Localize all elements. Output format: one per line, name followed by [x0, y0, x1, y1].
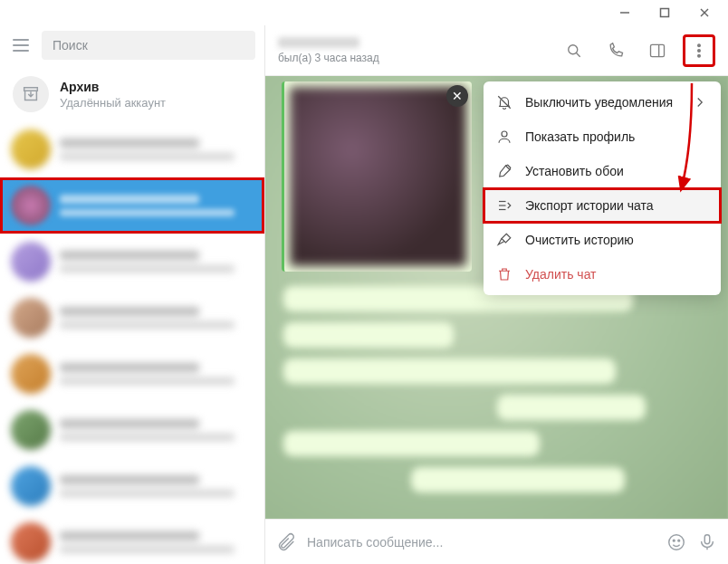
- menu-item-profile[interactable]: Показать профиль: [484, 119, 721, 154]
- attach-icon[interactable]: [276, 532, 296, 552]
- call-icon: [607, 42, 625, 60]
- chat-body: ✕ 21:45 Выключить уведомления: [265, 76, 728, 519]
- menu-item-wallpaper[interactable]: Установить обои: [484, 154, 721, 188]
- emoji-icon[interactable]: [666, 532, 686, 552]
- svg-point-8: [698, 43, 701, 46]
- menu-label: Показать профиль: [525, 129, 635, 144]
- media-preview-card[interactable]: ✕: [282, 81, 472, 272]
- window-minimize-button[interactable]: [607, 0, 643, 25]
- sidebar: Поиск Архив Удалённый аккаунт: [0, 25, 265, 564]
- svg-rect-6: [651, 44, 665, 56]
- export-icon: [496, 197, 512, 214]
- svg-point-12: [502, 131, 507, 137]
- panel-icon: [648, 42, 666, 60]
- search-input[interactable]: Поиск: [42, 31, 255, 60]
- chat-list-item[interactable]: [0, 234, 264, 290]
- window-close-button[interactable]: [686, 0, 723, 25]
- svg-rect-19: [704, 534, 710, 543]
- chevron-right-icon: [692, 94, 708, 110]
- window-title-bar: [0, 0, 728, 25]
- trash-icon: [496, 266, 512, 282]
- message-input[interactable]: Написать сообщение...: [307, 535, 656, 550]
- media-image-blurred: [290, 87, 466, 266]
- chat-list-item[interactable]: [0, 458, 264, 514]
- svg-point-18: [678, 540, 680, 541]
- archive-subtitle: Удалённый аккаунт: [60, 96, 166, 110]
- menu-label: Экспорт истории чата: [525, 198, 653, 213]
- chat-list-item[interactable]: [0, 402, 264, 458]
- chat-list-item[interactable]: [0, 346, 264, 402]
- chat-list-item-selected[interactable]: [0, 177, 264, 234]
- menu-item-mute[interactable]: Выключить уведомления: [484, 85, 721, 119]
- media-close-button[interactable]: ✕: [446, 85, 468, 107]
- close-icon: ✕: [452, 89, 463, 103]
- menu-label: Удалить чат: [525, 267, 597, 282]
- context-menu: Выключить уведомления Показать профиль У…: [484, 81, 721, 295]
- header-search-button[interactable]: [558, 34, 590, 67]
- svg-rect-1: [661, 9, 669, 17]
- archive-title: Архив: [60, 80, 166, 94]
- menu-item-delete[interactable]: Удалить чат: [484, 257, 721, 292]
- chat-last-seen: был(а) 3 часа назад: [278, 52, 379, 64]
- chat-list-item[interactable]: [0, 514, 264, 564]
- svg-point-17: [673, 540, 675, 541]
- archive-icon: [13, 76, 49, 112]
- messages-blurred: [265, 275, 728, 492]
- profile-icon: [496, 129, 512, 145]
- chat-list: [0, 121, 264, 564]
- main-panel: был(а) 3 часа назад: [265, 25, 728, 564]
- message-composer: Написать сообщение...: [265, 519, 728, 564]
- svg-point-10: [698, 54, 701, 57]
- microphone-icon[interactable]: [697, 532, 717, 552]
- search-placeholder: Поиск: [53, 38, 88, 53]
- header-more-button[interactable]: [683, 34, 715, 67]
- svg-line-5: [577, 53, 580, 56]
- bell-off-icon: [496, 94, 512, 110]
- window-maximize-button[interactable]: [647, 0, 683, 25]
- svg-point-9: [698, 49, 701, 52]
- chat-list-item[interactable]: [0, 121, 264, 177]
- chat-list-item[interactable]: [0, 290, 264, 346]
- search-icon: [565, 42, 583, 60]
- svg-point-16: [669, 534, 685, 550]
- brush-icon: [496, 163, 512, 179]
- more-vertical-icon: [690, 42, 708, 60]
- menu-label: Очистить историю: [525, 233, 634, 247]
- menu-label: Выключить уведомления: [525, 95, 673, 110]
- menu-item-clear[interactable]: Очистить историю: [484, 223, 721, 257]
- menu-burger-button[interactable]: [9, 35, 33, 55]
- chat-header: был(а) 3 часа назад: [265, 25, 728, 76]
- message-placeholder: Написать сообщение...: [307, 535, 443, 550]
- header-call-button[interactable]: [599, 34, 632, 67]
- chat-title-blurred: [278, 37, 359, 48]
- header-sidepanel-button[interactable]: [641, 34, 674, 67]
- menu-item-export[interactable]: Экспорт истории чата: [484, 188, 721, 223]
- svg-point-4: [569, 44, 578, 53]
- broom-icon: [496, 232, 512, 248]
- archive-item[interactable]: Архив Удалённый аккаунт: [0, 69, 264, 121]
- menu-label: Установить обои: [525, 164, 624, 178]
